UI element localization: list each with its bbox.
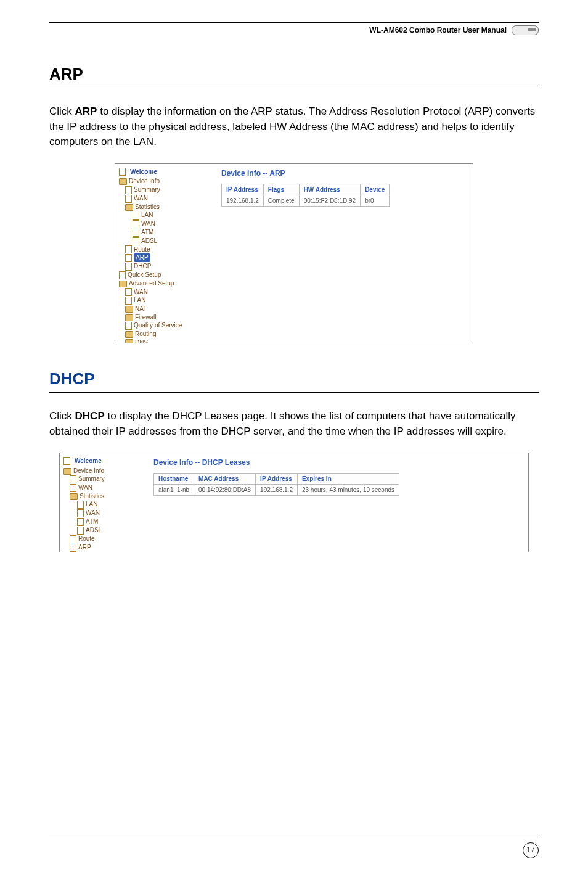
page-icon bbox=[70, 475, 76, 483]
sidebar-wan[interactable]: WAN bbox=[63, 483, 144, 492]
page-icon bbox=[133, 237, 139, 245]
page-icon bbox=[133, 212, 139, 220]
page-icon bbox=[77, 518, 84, 526]
table-header-row: IP Address Flags HW Address Device bbox=[222, 184, 390, 195]
sidebar-adsl[interactable]: ADSL bbox=[119, 237, 211, 245]
sidebar-statistics[interactable]: Statistics bbox=[119, 203, 211, 212]
page-icon bbox=[133, 229, 139, 237]
sidebar-wan2[interactable]: WAN bbox=[119, 220, 211, 228]
folder-icon bbox=[119, 281, 127, 287]
folder-icon bbox=[125, 314, 133, 321]
dhcp-pre: Click bbox=[49, 410, 75, 422]
welcome-label: Welcome bbox=[119, 168, 211, 176]
sidebar-lan[interactable]: LAN bbox=[119, 211, 211, 220]
page-icon bbox=[70, 544, 76, 552]
sidebar-quick[interactable]: Quick Setup bbox=[119, 271, 211, 279]
table-row: alan1_1-nb 00:14:92:80:DD:A8 192.168.1.2… bbox=[154, 485, 399, 496]
router-icon bbox=[512, 25, 539, 35]
sidebar-summary[interactable]: Summary bbox=[119, 186, 211, 194]
arp-paragraph: Click ARP to display the information on … bbox=[49, 104, 539, 150]
sidebar-arp[interactable]: ARP bbox=[119, 253, 211, 262]
page-icon bbox=[133, 220, 139, 228]
table-row: 192.168.1.2 Complete 00:15:F2:D8:1D:92 b… bbox=[222, 195, 390, 206]
page-icon bbox=[125, 297, 132, 305]
page-icon bbox=[125, 186, 132, 194]
td-host: alan1_1-nb bbox=[154, 485, 194, 496]
page-icon bbox=[77, 509, 84, 517]
page-icon bbox=[125, 288, 132, 296]
sidebar-dns[interactable]: DNS bbox=[119, 339, 211, 343]
th-mac: MAC Address bbox=[194, 474, 256, 485]
page-icon bbox=[125, 263, 132, 271]
folder-icon bbox=[63, 468, 71, 475]
th-device: Device bbox=[361, 184, 390, 195]
th-host: Hostname bbox=[154, 474, 194, 485]
dhcp-sidebar: Welcome Device Info Summary WAN Statisti… bbox=[60, 453, 146, 552]
sidebar-routing[interactable]: Routing bbox=[119, 330, 211, 339]
td-expires: 23 hours, 43 minutes, 10 seconds bbox=[297, 485, 399, 496]
sidebar-dhcp[interactable]: DHCP bbox=[119, 262, 211, 271]
td-ip: 192.168.1.2 bbox=[256, 485, 298, 496]
page-icon bbox=[119, 271, 126, 279]
table-header-row: Hostname MAC Address IP Address Expires … bbox=[154, 474, 399, 485]
dhcp-content-title: Device Info -- DHCP Leases bbox=[153, 458, 521, 467]
th-ip: IP Address bbox=[256, 474, 298, 485]
page-icon bbox=[70, 484, 76, 492]
page-icon bbox=[125, 195, 132, 203]
sidebar-device-info[interactable]: Device Info bbox=[119, 177, 211, 186]
th-hw: HW Address bbox=[299, 184, 361, 195]
sidebar-adsl[interactable]: ADSL bbox=[63, 526, 144, 535]
sidebar-qos[interactable]: Quality of Service bbox=[119, 321, 211, 330]
arp-table: IP Address Flags HW Address Device 192.1… bbox=[221, 184, 390, 207]
manual-title: WL-AM602 Combo Router User Manual bbox=[369, 26, 507, 35]
sidebar-atm[interactable]: ATM bbox=[63, 517, 144, 526]
dhcp-content: Device Info -- DHCP Leases Hostname MAC … bbox=[146, 453, 528, 552]
sidebar-wan[interactable]: WAN bbox=[119, 194, 211, 203]
sidebar-dhcp[interactable]: DHCP bbox=[63, 552, 144, 552]
td-flags: Complete bbox=[263, 195, 299, 206]
page-icon bbox=[77, 527, 84, 535]
th-flags: Flags bbox=[263, 184, 299, 195]
dhcp-bold: DHCP bbox=[75, 410, 105, 422]
doc-icon bbox=[63, 457, 70, 465]
arp-post: to display the information on the ARP st… bbox=[49, 105, 535, 147]
dhcp-paragraph: Click DHCP to display the DHCP Leases pa… bbox=[49, 409, 539, 439]
page-icon bbox=[125, 245, 132, 253]
sidebar-route[interactable]: Route bbox=[63, 535, 144, 543]
arp-content: Device Info -- ARP IP Address Flags HW A… bbox=[214, 164, 473, 343]
arp-content-title: Device Info -- ARP bbox=[221, 169, 465, 178]
sidebar-lan[interactable]: LAN bbox=[63, 500, 144, 509]
page-number: 17 bbox=[523, 842, 539, 858]
sidebar-atm[interactable]: ATM bbox=[119, 228, 211, 237]
sidebar-nat[interactable]: NAT bbox=[119, 305, 211, 313]
sidebar-firewall[interactable]: Firewall bbox=[119, 313, 211, 322]
page-icon bbox=[125, 254, 132, 262]
sidebar-summary[interactable]: Summary bbox=[63, 475, 144, 483]
sidebar-wan3[interactable]: WAN bbox=[119, 288, 211, 297]
dhcp-table: Hostname MAC Address IP Address Expires … bbox=[153, 473, 399, 496]
sidebar-arp[interactable]: ARP bbox=[63, 543, 144, 552]
doc-icon bbox=[119, 168, 126, 176]
dhcp-post: to display the DHCP Leases page. It show… bbox=[49, 410, 516, 437]
dhcp-heading: DHCP bbox=[49, 369, 539, 388]
arp-screenshot: Welcome Device Info Summary WAN Statisti… bbox=[115, 163, 473, 343]
folder-icon bbox=[125, 306, 133, 313]
th-expires: Expires In bbox=[297, 474, 399, 485]
sidebar-statistics[interactable]: Statistics bbox=[63, 492, 144, 501]
sidebar-lan2[interactable]: LAN bbox=[119, 296, 211, 305]
td-hw: 00:15:F2:D8:1D:92 bbox=[299, 195, 361, 206]
arp-sidebar: Welcome Device Info Summary WAN Statisti… bbox=[115, 164, 214, 343]
th-ip: IP Address bbox=[222, 184, 264, 195]
page-icon bbox=[77, 501, 84, 509]
td-ip: 192.168.1.2 bbox=[222, 195, 264, 206]
sidebar-advanced[interactable]: Advanced Setup bbox=[119, 279, 211, 288]
sidebar-route[interactable]: Route bbox=[119, 245, 211, 254]
sidebar-wan2[interactable]: WAN bbox=[63, 509, 144, 517]
td-mac: 00:14:92:80:DD:A8 bbox=[194, 485, 256, 496]
welcome-label: Welcome bbox=[63, 457, 144, 466]
folder-icon bbox=[125, 204, 133, 211]
dhcp-screenshot: Welcome Device Info Summary WAN Statisti… bbox=[59, 453, 529, 552]
folder-icon bbox=[125, 331, 133, 338]
arp-pre: Click bbox=[49, 105, 75, 117]
sidebar-device-info[interactable]: Device Info bbox=[63, 467, 144, 475]
